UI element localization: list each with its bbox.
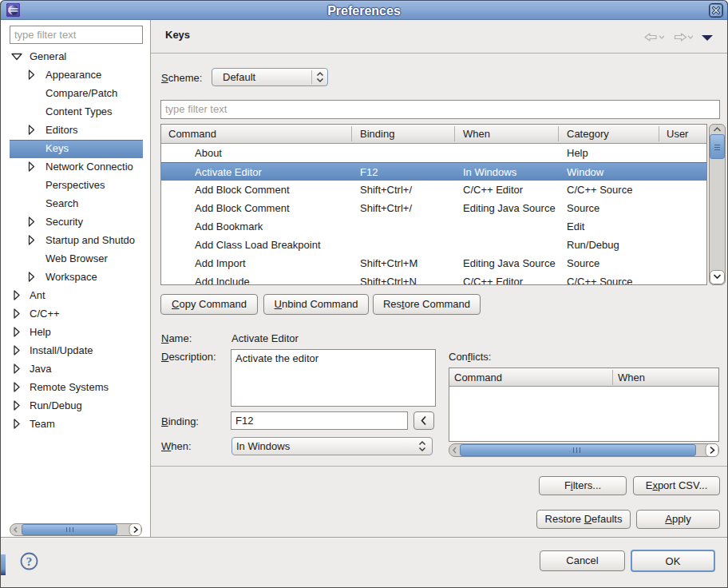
svg-text:?: ?	[26, 555, 33, 568]
